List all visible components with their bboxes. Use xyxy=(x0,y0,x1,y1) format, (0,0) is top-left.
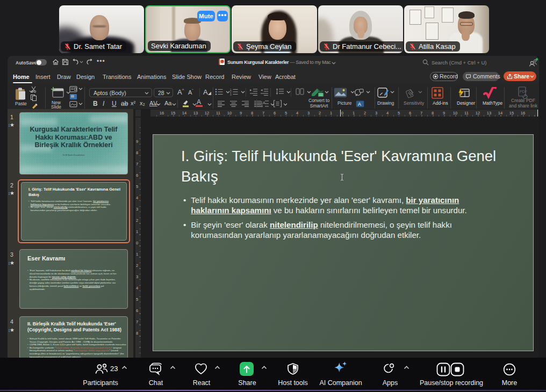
svg-text:A: A xyxy=(358,101,361,107)
svg-text:1A: 1A xyxy=(261,101,265,105)
svg-text:3: 3 xyxy=(230,93,232,96)
svg-text:PDF: PDF xyxy=(520,90,527,93)
